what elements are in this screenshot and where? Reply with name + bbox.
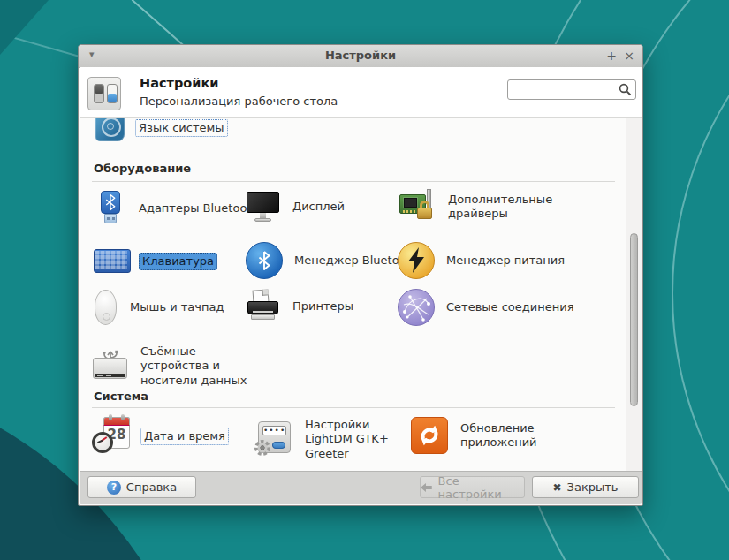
search-input[interactable]	[512, 81, 618, 100]
item-mouse-touchpad[interactable]: Мышь и тачпад	[94, 289, 227, 326]
item-printers[interactable]: Принтеры	[246, 289, 357, 324]
item-label: Дополнительные драйверы	[444, 191, 551, 223]
help-button-label: Справка	[126, 481, 177, 494]
mouse-icon	[94, 289, 118, 326]
software-update-icon	[410, 416, 449, 455]
keyboard-icon	[94, 249, 131, 274]
item-label: Мышь и тачпад	[126, 299, 227, 316]
separator	[92, 407, 615, 408]
item-label: Язык системы	[135, 119, 228, 137]
gear-icon	[253, 438, 272, 458]
printer-icon	[246, 289, 281, 324]
additional-drivers-icon	[398, 187, 437, 226]
item-keyboard[interactable]: Клавиатура	[94, 249, 217, 274]
search-box[interactable]	[507, 79, 636, 100]
help-icon: ?	[107, 481, 121, 495]
item-additional-drivers[interactable]: Дополнительные драйверы	[398, 187, 551, 226]
page-subtitle: Персонализация рабочего стола	[140, 95, 338, 108]
vertical-scrollbar[interactable]	[626, 118, 642, 473]
item-label: Сетевые соединения	[443, 299, 578, 316]
titlebar[interactable]: ▾ Настройки + ×	[79, 45, 642, 68]
separator	[92, 181, 615, 182]
item-label: Дисплей	[289, 198, 348, 216]
item-language[interactable]: Язык системы	[94, 118, 228, 145]
item-software-update[interactable]: Обновление приложений	[410, 416, 548, 455]
all-settings-label: Все настройки	[438, 474, 524, 501]
language-flag-icon	[94, 118, 127, 145]
power-manager-icon	[398, 242, 435, 279]
item-label-selected: Клавиатура	[139, 253, 217, 270]
maximize-button[interactable]: +	[604, 48, 619, 64]
close-button[interactable]: ×	[621, 48, 637, 64]
window-title: Настройки	[79, 49, 642, 62]
scrollbar-thumb[interactable]	[630, 233, 638, 406]
item-date-time[interactable]: 28 Дата и время	[92, 416, 229, 457]
item-lightdm-greeter[interactable]: •••• Настройки LightDM GTK+ Greeter	[253, 416, 421, 463]
item-bluetooth-adapters[interactable]: Адаптеры Bluetooth	[94, 189, 262, 228]
window-header: Настройки Персонализация рабочего стола	[80, 67, 642, 118]
item-label: Съёмные устройства и носители данных	[137, 343, 264, 390]
close-window-button[interactable]: ✖ Закрыть	[532, 476, 639, 498]
item-display[interactable]: Дисплей	[246, 189, 348, 224]
display-icon	[246, 189, 281, 224]
bluetooth-adapter-icon	[94, 189, 127, 228]
button-bar: ? Справка Все настройки ✖ Закрыть	[80, 471, 642, 504]
close-x-icon: ✖	[553, 481, 562, 494]
item-label: Принтеры	[289, 298, 357, 315]
bluetooth-manager-icon	[246, 242, 283, 279]
item-power-manager[interactable]: Менеджер питания	[398, 242, 568, 279]
section-hardware: Оборудование	[94, 162, 191, 175]
item-label: Обновление приложений	[457, 420, 548, 452]
item-bluetooth-manager[interactable]: Менеджер Bluetooth	[246, 242, 421, 279]
settings-grid: Язык системы Оборудование Адаптеры Bluet…	[80, 118, 627, 473]
item-label: Адаптеры Bluetooth	[135, 200, 262, 217]
search-icon	[619, 83, 632, 96]
back-arrow-icon	[421, 482, 433, 493]
item-label: Менеджер питания	[443, 252, 568, 269]
settings-window: ▾ Настройки + × Настройки Персонализация…	[78, 44, 643, 506]
help-button[interactable]: ? Справка	[87, 476, 196, 498]
datetime-icon: 28	[92, 416, 133, 457]
item-label: Настройки LightDM GTK+ Greeter	[301, 416, 421, 463]
network-icon	[398, 289, 435, 326]
settings-manager-icon	[87, 77, 121, 110]
all-settings-button[interactable]: Все настройки	[420, 476, 525, 498]
removable-drive-icon	[92, 348, 129, 383]
close-button-label: Закрыть	[567, 481, 619, 494]
item-label: Дата и время	[140, 428, 229, 445]
lightdm-greeter-icon: ••••	[253, 420, 293, 458]
item-network-connections[interactable]: Сетевые соединения	[398, 289, 578, 326]
background-arc	[672, 0, 729, 560]
item-removable-drives[interactable]: Съёмные устройства и носители данных	[92, 343, 264, 390]
page-title: Настройки	[140, 76, 218, 90]
section-system: Система	[94, 390, 148, 403]
